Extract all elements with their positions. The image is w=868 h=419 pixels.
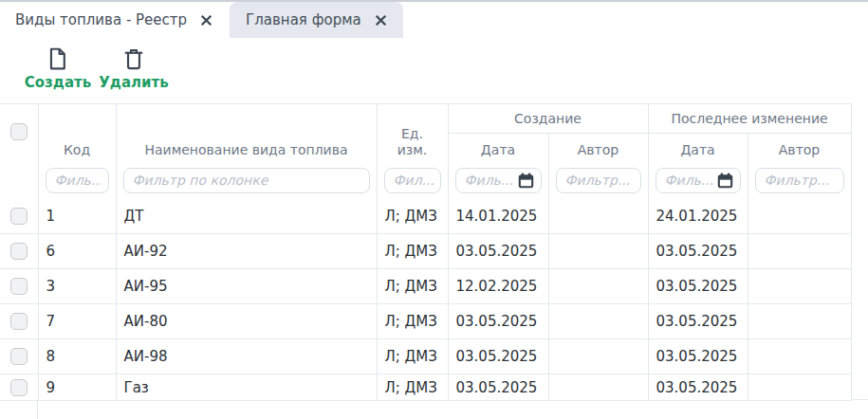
tab-main-form[interactable]: Главная форма (230, 2, 403, 38)
cell-modified-author (748, 234, 851, 269)
calendar-icon[interactable] (717, 173, 733, 189)
filter-input[interactable] (133, 173, 362, 188)
cell-modified-author (748, 374, 851, 401)
select-all-checkbox[interactable] (10, 123, 28, 140)
column-header-code: Код (38, 104, 116, 199)
column-header-unit: Ед. изм. (377, 104, 448, 199)
cell-name: АИ-95 (116, 269, 377, 304)
row-checkbox[interactable] (10, 278, 28, 295)
row-checkbox-cell (0, 374, 38, 401)
row-checkbox[interactable] (10, 313, 28, 330)
cell-created-author (548, 199, 648, 234)
toolbar: Создать Удалить (0, 38, 868, 103)
column-group-created: Создание (448, 104, 648, 134)
table-body: 1 ДТ Л; ДМЗ 14.01.2025 24.01.2025 6 АИ-9… (0, 199, 851, 401)
cell-code: 3 (38, 269, 116, 304)
row-checkbox-cell (0, 199, 38, 234)
row-checkbox[interactable] (10, 379, 28, 396)
table-row[interactable]: 3 АИ-95 Л; ДМЗ 12.02.2025 03.05.2025 (0, 269, 851, 304)
filter-modified-author-input[interactable] (755, 168, 844, 193)
filter-created-date-input[interactable] (455, 168, 542, 193)
cell-created-date: 03.05.2025 (448, 339, 548, 374)
cell-modified-author (748, 269, 851, 304)
column-header-name: Наименование вида топлива (116, 104, 377, 199)
create-button-label: Создать (25, 74, 91, 91)
cell-modified-date: 03.05.2025 (648, 339, 748, 374)
cell-created-author (548, 304, 648, 339)
cell-name: Газ (116, 374, 377, 401)
tab-fuel-types-registry[interactable]: Виды топлива - Реестр (0, 2, 227, 38)
table-row[interactable]: 7 АИ-80 Л; ДМЗ 03.05.2025 03.05.2025 (0, 304, 851, 339)
filter-input[interactable] (55, 173, 102, 188)
table-row[interactable]: 1 ДТ Л; ДМЗ 14.01.2025 24.01.2025 (0, 199, 851, 234)
filter-input[interactable] (394, 173, 434, 188)
filter-modified-date-input[interactable] (656, 168, 741, 193)
tab-bar: Виды топлива - Реестр Главная форма (0, 2, 868, 38)
cell-name: АИ-80 (116, 304, 377, 339)
column-header-modified-date: Дата (648, 134, 748, 199)
fuel-types-table: Код Наименование вида топлива (0, 103, 852, 401)
filter-name-input[interactable] (123, 168, 370, 193)
column-header-created-date: Дата (448, 134, 548, 199)
filter-input[interactable] (465, 173, 515, 188)
cell-code: 7 (38, 304, 116, 339)
tab-close-icon[interactable] (375, 14, 387, 27)
cell-unit: Л; ДМЗ (377, 269, 448, 304)
filter-created-author-input[interactable] (556, 168, 641, 193)
cell-created-author (548, 374, 648, 401)
cell-modified-author (748, 339, 851, 374)
cell-name: АИ-92 (116, 234, 377, 269)
cell-created-date: 03.05.2025 (448, 374, 548, 401)
row-checkbox[interactable] (10, 208, 28, 225)
cell-name: ДТ (116, 199, 377, 234)
row-checkbox[interactable] (10, 243, 28, 260)
row-checkbox-cell (0, 269, 38, 304)
cell-created-date: 03.05.2025 (448, 304, 548, 339)
filter-input[interactable] (665, 173, 714, 188)
delete-button-label: Удалить (99, 74, 168, 91)
column-header-modified-author: Автор (748, 134, 851, 199)
filter-unit-input[interactable] (384, 168, 441, 193)
create-button[interactable]: Создать (25, 46, 91, 91)
row-checkbox-cell (0, 234, 38, 269)
row-checkbox-cell (0, 304, 38, 339)
table-row[interactable]: 9 Газ Л; ДМЗ 03.05.2025 03.05.2025 (0, 374, 851, 401)
row-checkbox-cell (0, 339, 38, 374)
cell-code: 8 (38, 339, 116, 374)
table-row[interactable]: 6 АИ-92 Л; ДМЗ 03.05.2025 03.05.2025 (0, 234, 851, 269)
cell-modified-author (748, 304, 851, 339)
cell-created-author (548, 339, 648, 374)
cell-code: 6 (38, 234, 116, 269)
tab-label: Главная форма (246, 11, 361, 28)
cell-created-date: 03.05.2025 (448, 234, 548, 269)
cell-created-date: 14.01.2025 (448, 199, 548, 234)
cell-unit: Л; ДМЗ (377, 199, 448, 234)
delete-button[interactable]: Удалить (101, 46, 167, 91)
filter-input[interactable] (565, 173, 634, 188)
tab-close-icon[interactable] (200, 14, 212, 27)
cell-unit: Л; ДМЗ (377, 374, 448, 401)
tab-label: Виды топлива - Реестр (15, 11, 187, 28)
column-group-modified: Последнее изменение (648, 104, 851, 134)
table-row[interactable]: 8 АИ-98 Л; ДМЗ 03.05.2025 03.05.2025 (0, 339, 851, 374)
filter-code-input[interactable] (46, 168, 109, 193)
cell-modified-date: 03.05.2025 (648, 269, 748, 304)
app-window: Виды топлива - Реестр Главная форма Созд… (0, 0, 868, 419)
calendar-icon[interactable] (518, 173, 534, 189)
row-checkbox[interactable] (10, 348, 28, 365)
cell-code: 9 (38, 374, 116, 401)
table-bottom-border (851, 399, 868, 400)
select-all-cell (0, 104, 38, 199)
column-header-created-author: Автор (548, 134, 648, 199)
column-divider-tail (37, 400, 38, 419)
new-document-icon (46, 46, 70, 71)
cell-modified-date: 03.05.2025 (648, 304, 748, 339)
filter-input[interactable] (765, 173, 837, 188)
cell-created-date: 12.02.2025 (448, 269, 548, 304)
cell-unit: Л; ДМЗ (377, 339, 448, 374)
cell-unit: Л; ДМЗ (377, 234, 448, 269)
cell-unit: Л; ДМЗ (377, 304, 448, 339)
cell-name: АИ-98 (116, 339, 377, 374)
cell-modified-date: 03.05.2025 (648, 374, 748, 401)
cell-created-author (548, 269, 648, 304)
